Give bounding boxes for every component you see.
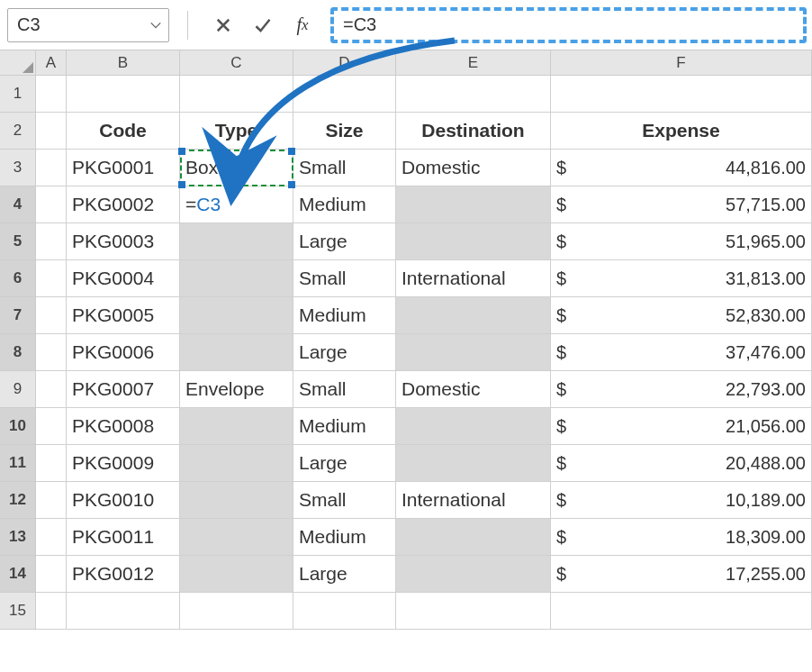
cell[interactable] <box>36 76 67 113</box>
cell-size[interactable] <box>293 593 396 630</box>
cell[interactable] <box>36 113 67 150</box>
row-header[interactable]: 15 <box>0 593 36 630</box>
cell-destination[interactable]: Domestic <box>396 150 551 186</box>
cell-destination[interactable] <box>396 297 551 334</box>
row-header[interactable]: 1 <box>0 76 36 113</box>
cell-expense[interactable]: $18,309.00 <box>551 519 812 556</box>
cell-code[interactable]: PKG0006 <box>67 334 180 371</box>
cell-destination[interactable] <box>396 445 551 482</box>
cell-expense[interactable]: $31,813.00 <box>551 260 812 297</box>
cell[interactable] <box>36 223 67 260</box>
cell-size[interactable] <box>293 76 396 113</box>
cell-code[interactable]: PKG0004 <box>67 260 180 297</box>
cell-code[interactable]: PKG0012 <box>67 556 180 593</box>
cell-expense[interactable]: $52,830.00 <box>551 297 812 334</box>
cell-code[interactable] <box>67 593 180 630</box>
cell-destination[interactable]: International <box>396 482 551 519</box>
row-header[interactable]: 5 <box>0 223 36 260</box>
accept-button[interactable] <box>246 8 280 42</box>
row-header[interactable]: 14 <box>0 556 36 593</box>
cell[interactable] <box>36 371 67 408</box>
col-header-B[interactable]: B <box>67 50 180 76</box>
row-header[interactable]: 13 <box>0 519 36 556</box>
cell-destination[interactable] <box>396 223 551 260</box>
col-header-A[interactable]: A <box>36 50 67 76</box>
cell-code[interactable]: PKG0007 <box>67 371 180 408</box>
name-box[interactable]: C3 <box>7 8 169 42</box>
cell-expense[interactable]: $17,255.00 <box>551 556 812 593</box>
cell-size[interactable]: Medium <box>293 297 396 334</box>
cell-expense[interactable]: $51,965.00 <box>551 223 812 260</box>
cell-size[interactable]: Small <box>293 371 396 408</box>
table-header[interactable]: Destination <box>396 113 551 150</box>
cell-destination[interactable] <box>396 76 551 113</box>
cell-code[interactable]: PKG0011 <box>67 519 180 556</box>
cell-type[interactable] <box>180 593 293 630</box>
row-header[interactable]: 10 <box>0 408 36 445</box>
cell-expense[interactable]: $10,189.00 <box>551 482 812 519</box>
cell-size[interactable]: Large <box>293 556 396 593</box>
cell-expense[interactable] <box>551 76 812 113</box>
col-header-F[interactable]: F <box>551 50 812 76</box>
name-box-dropdown-icon[interactable] <box>143 9 168 41</box>
cell-size[interactable]: Small <box>293 260 396 297</box>
cell-destination[interactable] <box>396 519 551 556</box>
cell-size[interactable]: Large <box>293 445 396 482</box>
cell-type[interactable]: =C3 <box>180 186 293 223</box>
cell[interactable] <box>36 519 67 556</box>
cell[interactable] <box>36 445 67 482</box>
cell-code[interactable]: PKG0003 <box>67 223 180 260</box>
cell-code[interactable]: PKG0002 <box>67 186 180 223</box>
cell[interactable] <box>36 150 67 186</box>
col-header-D[interactable]: D <box>293 50 396 76</box>
cell-size[interactable]: Small <box>293 482 396 519</box>
cell-size[interactable]: Medium <box>293 186 396 223</box>
cell-code[interactable]: PKG0009 <box>67 445 180 482</box>
cell-size[interactable]: Large <box>293 334 396 371</box>
cell-destination[interactable] <box>396 593 551 630</box>
cell[interactable] <box>36 186 67 223</box>
row-header[interactable]: 11 <box>0 445 36 482</box>
cell-expense[interactable] <box>551 593 812 630</box>
cell-type[interactable] <box>180 223 293 260</box>
cell-type[interactable]: Box <box>180 150 293 186</box>
cell[interactable] <box>36 556 67 593</box>
cell-expense[interactable]: $44,816.00 <box>551 150 812 186</box>
cancel-button[interactable] <box>206 8 240 42</box>
row-header[interactable]: 6 <box>0 260 36 297</box>
cell-type[interactable] <box>180 260 293 297</box>
cell-size[interactable]: Medium <box>293 519 396 556</box>
cell-type[interactable] <box>180 482 293 519</box>
row-header[interactable]: 7 <box>0 297 36 334</box>
table-header[interactable]: Size <box>293 113 396 150</box>
cell-type[interactable] <box>180 519 293 556</box>
cell-destination[interactable] <box>396 186 551 223</box>
table-header[interactable]: Expense <box>551 113 812 150</box>
cell-code[interactable]: PKG0008 <box>67 408 180 445</box>
cell-type[interactable] <box>180 297 293 334</box>
row-header[interactable]: 8 <box>0 334 36 371</box>
cell-code[interactable] <box>67 76 180 113</box>
cell-code[interactable]: PKG0001 <box>67 150 180 186</box>
table-header[interactable]: Code <box>67 113 180 150</box>
cell-code[interactable]: PKG0010 <box>67 482 180 519</box>
cell-size[interactable]: Small <box>293 150 396 186</box>
cell-destination[interactable] <box>396 334 551 371</box>
cell-expense[interactable]: $20,488.00 <box>551 445 812 482</box>
row-header[interactable]: 2 <box>0 113 36 150</box>
cell-size[interactable]: Medium <box>293 408 396 445</box>
cell[interactable] <box>36 408 67 445</box>
cell-type[interactable]: Envelope <box>180 371 293 408</box>
spreadsheet-grid[interactable]: A B C D E F 12CodeTypeSizeDestinationExp… <box>0 50 812 630</box>
cell-destination[interactable]: International <box>396 260 551 297</box>
cell[interactable] <box>36 593 67 630</box>
cell-type[interactable] <box>180 334 293 371</box>
cell-expense[interactable]: $37,476.00 <box>551 334 812 371</box>
row-header[interactable]: 3 <box>0 150 36 186</box>
cell-code[interactable]: PKG0005 <box>67 297 180 334</box>
cell-destination[interactable] <box>396 556 551 593</box>
col-header-C[interactable]: C <box>180 50 293 76</box>
cell-type[interactable] <box>180 76 293 113</box>
cell-destination[interactable]: Domestic <box>396 371 551 408</box>
insert-function-button[interactable]: fx <box>285 8 320 42</box>
